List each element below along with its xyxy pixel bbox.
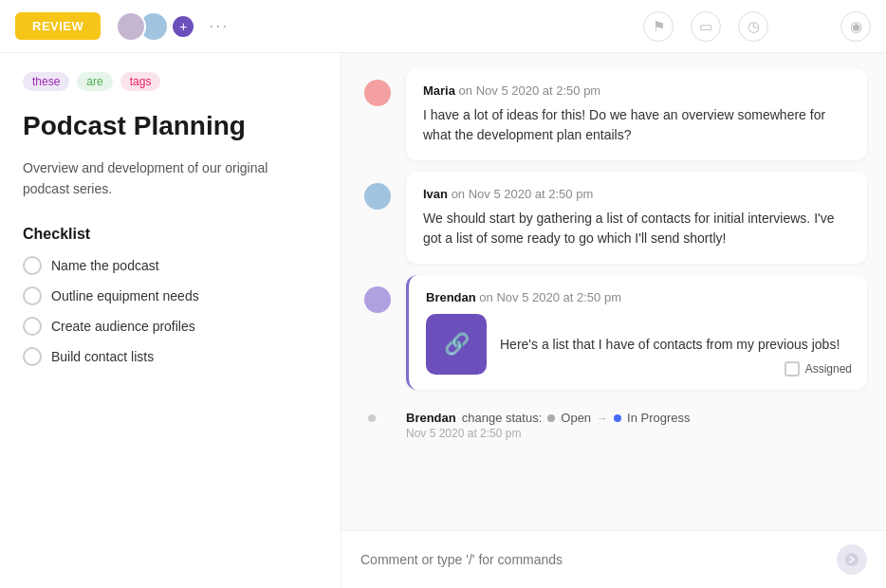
checkbox-2[interactable] [23, 286, 42, 305]
svg-point-0 [845, 553, 858, 566]
right-panel: Maria on Nov 5 2020 at 2:50 pm I have a … [341, 53, 886, 588]
comment-maria-wrapper: Maria on Nov 5 2020 at 2:50 pm I have a … [406, 68, 867, 160]
comment-header-brendan: Brendan on Nov 5 2020 at 2:50 pm [426, 290, 850, 304]
top-bar: REVIEW + ··· ⚑ ▭ ◷ ◉ [0, 0, 886, 53]
comment-text-maria: I have a lot of ideas for this! Do we ha… [423, 105, 850, 145]
page-description: Overview and development of our original… [23, 157, 318, 200]
checklist-item-2: Outline equipment needs [23, 286, 318, 305]
comment-author-ivan: Ivan [423, 187, 448, 201]
checklist-label-2: Outline equipment needs [51, 288, 199, 303]
main-layout: these are tags Podcast Planning Overview… [0, 53, 886, 588]
status-dot-inprogress [614, 414, 621, 422]
calendar-icon[interactable]: ▭ [691, 11, 721, 42]
attachment-thumb[interactable]: 🔗 [426, 314, 487, 375]
add-member-button[interactable]: + [173, 16, 194, 37]
status-change-wrapper: Brendan change status: Open → In Progres… [406, 401, 867, 450]
status-change-label: change status: [462, 411, 543, 425]
comment-timestamp-maria: on Nov 5 2020 at 2:50 pm [459, 83, 601, 98]
comment-text-ivan: We should start by gathering a list of c… [423, 209, 850, 248]
comment-timestamp-ivan: on Nov 5 2020 at 2:50 pm [452, 187, 594, 201]
arrow-icon: → [597, 412, 608, 425]
assigned-badge[interactable]: Assigned [784, 361, 852, 377]
avatar-maria [364, 80, 391, 106]
status-timestamp: Nov 5 2020 at 2:50 pm [406, 427, 867, 440]
tag-tags[interactable]: tags [120, 72, 161, 91]
comment-header-maria: Maria on Nov 5 2020 at 2:50 pm [423, 83, 850, 98]
status-author: Brendan [406, 411, 456, 425]
tag-are[interactable]: are [77, 72, 112, 91]
status-bullet [368, 414, 376, 422]
tags-row: these are tags [23, 72, 318, 91]
clock-icon[interactable]: ◷ [738, 11, 768, 42]
comment-header-ivan: Ivan on Nov 5 2020 at 2:50 pm [423, 187, 850, 201]
toolbar-icons: ⚑ ▭ ◷ ◉ [643, 11, 871, 42]
comment-card-ivan: Ivan on Nov 5 2020 at 2:50 pm We should … [406, 172, 867, 264]
checklist-item-1: Name the podcast [23, 256, 318, 275]
status-to: In Progress [627, 411, 690, 425]
checklist-label-3: Create audience profiles [51, 319, 195, 334]
page-title: Podcast Planning [23, 110, 318, 142]
more-options-button[interactable]: ··· [209, 16, 229, 36]
checklist-label-4: Build contact lists [51, 349, 154, 364]
status-change-row: Brendan change status: Open → In Progres… [406, 411, 867, 425]
eye-icon[interactable]: ◉ [840, 11, 871, 42]
avatar-ivan [364, 183, 391, 210]
avatar-brendan [364, 286, 391, 313]
checklist-label-1: Name the podcast [51, 258, 159, 273]
assigned-checkbox[interactable] [784, 361, 800, 377]
checkbox-1[interactable] [23, 256, 42, 275]
comment-brendan-wrapper: Brendan on Nov 5 2020 at 2:50 pm 🔗 Here'… [406, 275, 867, 390]
send-icon [844, 552, 859, 567]
comments-area: Maria on Nov 5 2020 at 2:50 pm I have a … [341, 53, 886, 530]
comment-input[interactable] [360, 552, 827, 567]
flag-icon[interactable]: ⚑ [643, 11, 674, 42]
left-panel: these are tags Podcast Planning Overview… [0, 53, 341, 588]
avatar-user-1 [116, 11, 146, 42]
status-dot-open [547, 414, 555, 422]
review-button[interactable]: REVIEW [15, 12, 101, 40]
comment-input-row [341, 530, 886, 588]
checkbox-3[interactable] [23, 317, 42, 336]
status-from: Open [561, 411, 591, 425]
comment-card-brendan: Brendan on Nov 5 2020 at 2:50 pm 🔗 Here'… [406, 275, 867, 390]
comment-author-brendan: Brendan [426, 290, 476, 304]
assigned-label: Assigned [805, 362, 852, 376]
checkbox-4[interactable] [23, 347, 42, 366]
comment-text-brendan: Here's a list that I have of contacts fr… [500, 335, 840, 355]
send-button[interactable] [837, 544, 867, 575]
comment-timestamp-brendan: on Nov 5 2020 at 2:50 pm [479, 290, 621, 304]
checklist-item-3: Create audience profiles [23, 317, 318, 336]
comment-ivan-wrapper: Ivan on Nov 5 2020 at 2:50 pm We should … [406, 172, 867, 264]
tag-these[interactable]: these [23, 72, 69, 91]
checklist-title: Checklist [23, 226, 318, 243]
comment-author-maria: Maria [423, 83, 455, 98]
comment-card-maria: Maria on Nov 5 2020 at 2:50 pm I have a … [406, 68, 867, 160]
checklist-item-4: Build contact lists [23, 347, 318, 366]
avatar-group: + [116, 11, 194, 42]
